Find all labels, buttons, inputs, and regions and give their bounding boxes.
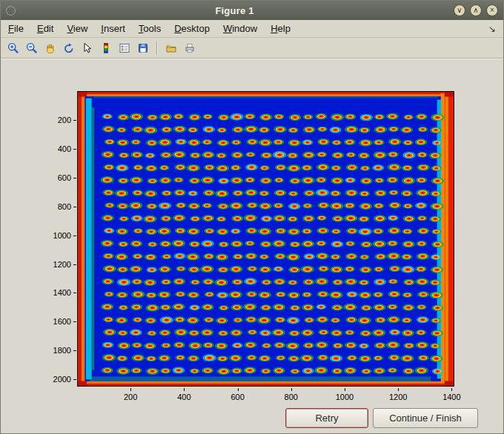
insert-colorbar-icon[interactable] [98, 40, 114, 56]
y-tick-mark [73, 379, 76, 380]
figure-window: Figure 1 ∨∧× FileEditViewInsertToolsDesk… [0, 0, 504, 434]
plot-axes [77, 91, 454, 387]
toolbar-separator [156, 41, 158, 55]
y-tick-mark [73, 178, 76, 178]
y-tick-label: 1000 [28, 231, 71, 241]
menu-help[interactable]: Help [271, 23, 291, 34]
x-tick-mark [398, 388, 399, 391]
menu-desktop[interactable]: Desktop [174, 23, 210, 34]
window-controls: ∨∧× [454, 4, 498, 16]
y-tick-label: 1600 [28, 317, 71, 327]
y-tick-mark [73, 293, 76, 293]
x-tick-mark [130, 388, 131, 391]
y-tick-mark [73, 149, 76, 150]
menu-items: FileEditViewInsertToolsDesktopWindowHelp [8, 23, 304, 34]
maximize-button[interactable]: ∧ [470, 4, 482, 16]
x-tick-mark [238, 388, 239, 391]
menu-window[interactable]: Window [223, 23, 257, 34]
y-tick-label: 1200 [28, 260, 71, 270]
figure-canvas: Retry Continue / Finish 2004006008001000… [1, 59, 503, 433]
plot-image[interactable] [78, 92, 454, 386]
y-tick-label: 600 [28, 173, 71, 183]
pan-icon[interactable] [42, 40, 59, 56]
y-tick-label: 400 [28, 144, 71, 154]
y-tick-label: 1800 [28, 346, 71, 355]
save-icon[interactable] [135, 40, 151, 56]
continue-finish-button[interactable]: Continue / Finish [373, 408, 478, 428]
x-tick-mark [345, 388, 345, 391]
x-tick-label: 400 [168, 393, 200, 402]
x-tick-mark [451, 388, 452, 391]
menu-file[interactable]: File [8, 23, 24, 34]
insert-legend-icon[interactable] [116, 40, 133, 56]
y-tick-label: 200 [28, 116, 71, 125]
x-tick-label: 1400 [435, 393, 468, 402]
x-tick-label: 200 [114, 393, 147, 402]
print-icon[interactable] [182, 40, 198, 56]
y-tick-mark [73, 350, 76, 351]
menu-edit[interactable]: Edit [37, 23, 53, 34]
y-tick-mark [73, 120, 76, 121]
close-button[interactable]: × [486, 4, 498, 16]
zoom-out-icon[interactable] [24, 40, 40, 56]
retry-button[interactable]: Retry [285, 408, 368, 428]
data-cursor-icon[interactable] [79, 40, 96, 56]
menu-tools[interactable]: Tools [139, 23, 161, 34]
minimize-button[interactable]: ∨ [454, 4, 465, 16]
titlebar: Figure 1 ∨∧× [1, 1, 503, 20]
y-tick-mark [73, 264, 76, 265]
x-tick-label: 600 [222, 393, 254, 402]
y-tick-mark [73, 207, 76, 207]
x-tick-label: 1000 [328, 393, 361, 402]
x-tick-label: 1200 [382, 393, 414, 402]
window-menu-icon[interactable] [6, 6, 16, 16]
toolbar [1, 38, 503, 59]
y-tick-label: 800 [28, 202, 71, 212]
rotate-3d-icon[interactable] [61, 40, 77, 56]
x-tick-label: 800 [275, 393, 308, 402]
menubar: FileEditViewInsertToolsDesktopWindowHelp… [1, 20, 503, 38]
y-tick-label: 2000 [28, 375, 71, 384]
zoom-in-icon[interactable] [5, 40, 21, 56]
x-tick-mark [291, 388, 292, 391]
y-tick-label: 1400 [28, 288, 71, 298]
dock-figure-icon[interactable]: ↘ [488, 24, 496, 34]
x-tick-mark [184, 388, 185, 391]
window-title: Figure 1 [16, 5, 454, 16]
y-tick-mark [73, 321, 76, 322]
open-folder-icon[interactable] [163, 40, 179, 56]
menu-view[interactable]: View [67, 23, 87, 34]
y-tick-mark [73, 236, 76, 236]
menu-insert[interactable]: Insert [101, 23, 125, 34]
